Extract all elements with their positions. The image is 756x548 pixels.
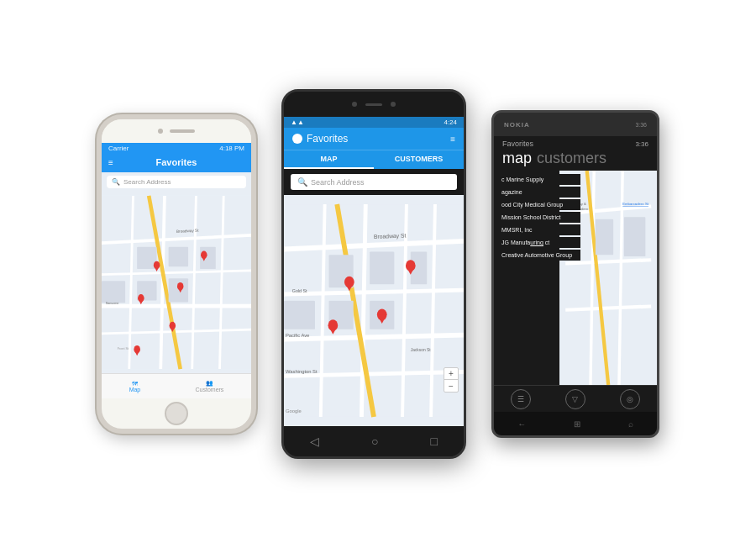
android-tabs: MAP CUSTOMERS — [284, 150, 464, 169]
iphone-header-title: Favorites — [156, 157, 197, 167]
iphone-search-icon: 🔍 — [112, 178, 120, 186]
iphone-map-area: Broadway St Sansome Front St — [102, 192, 251, 373]
svg-text:Embarcadero St: Embarcadero St — [622, 202, 649, 206]
iphone-menu-icon[interactable]: ≡ — [108, 158, 113, 167]
svg-text:Google: Google — [286, 408, 302, 414]
winphone-content: Broadway & Embarcadero Embarcadero St c … — [494, 171, 657, 385]
winphone-page-title: map customers — [494, 148, 657, 171]
list-item[interactable]: Creative Automotive Group — [497, 250, 580, 261]
svg-text:Sansome: Sansome — [106, 302, 119, 305]
iphone-speaker — [170, 129, 195, 133]
list-item[interactable]: agazine — [497, 187, 580, 198]
android-speaker — [365, 103, 382, 106]
zoom-out-button[interactable]: − — [444, 380, 458, 392]
svg-text:Washington St: Washington St — [286, 369, 318, 374]
iphone-tab-customers[interactable]: 👥 Customers — [196, 380, 224, 393]
svg-text:Gold St: Gold St — [292, 288, 307, 293]
winphone-device: NOKIA 3:36 Favorites 3:36 map customers — [491, 110, 659, 438]
android-status-bar: ▲▲ 4:24 — [284, 117, 464, 128]
android-wifi-icon: ▲▲ — [291, 119, 304, 126]
zoom-in-button[interactable]: + — [444, 368, 458, 380]
iphone-top-bar — [102, 119, 251, 143]
winphone-top-status: Favorites 3:36 — [494, 136, 657, 148]
list-item[interactable]: Mission School District — [497, 212, 580, 223]
winphone-title-customers: customers — [537, 150, 606, 167]
iphone-home-button[interactable] — [165, 402, 188, 425]
android-search-bar[interactable]: 🔍 Search Address — [291, 174, 457, 190]
svg-text:Front St: Front St — [118, 347, 129, 350]
iphone-map-icon: 🗺 — [132, 381, 138, 387]
iphone-header: ≡ Favorites — [102, 154, 251, 172]
android-bottom-nav: ◁ ○ □ — [284, 426, 464, 456]
phones-container: Carrier 4:18 PM ≡ Favorites 🔍 Search Add… — [80, 72, 676, 476]
android-camera2 — [391, 102, 396, 107]
iphone-status-bar: Carrier 4:18 PM — [102, 143, 251, 154]
iphone-customers-icon: 👥 — [206, 380, 213, 387]
iphone-search-bar[interactable]: 🔍 Search Address — [107, 176, 246, 188]
android-search-icon: 🔍 — [297, 177, 307, 187]
iphone-carrier: Carrier — [108, 145, 129, 152]
winphone-menu-icon: ☰ — [517, 395, 524, 403]
svg-text:Pacific Ave: Pacific Ave — [286, 333, 309, 338]
winphone-list-overlay: c Marine Supply agazine ood City Medical… — [494, 171, 584, 385]
svg-rect-14 — [169, 278, 188, 302]
iphone-camera — [158, 129, 163, 134]
list-item[interactable]: MMSRI, Inc — [497, 224, 580, 235]
android-tab-customers[interactable]: CUSTOMERS — [374, 150, 464, 169]
svg-rect-42 — [370, 251, 394, 284]
winphone-search-icon: ◎ — [627, 395, 633, 403]
winphone-time-display: 3:36 — [635, 140, 648, 148]
android-top — [284, 92, 464, 117]
winphone-windows-icon[interactable]: ⊞ — [574, 419, 580, 429]
android-device: ▲▲ 4:24 Favorites ≡ MAP CUSTOMERS 🔍 Sear… — [281, 89, 466, 459]
android-recent-button[interactable]: □ — [431, 435, 438, 448]
iphone-tab-map[interactable]: 🗺 Map — [129, 381, 141, 393]
winphone-title-map: map — [502, 150, 532, 167]
winphone-screen: Favorites 3:36 map customers — [494, 136, 657, 412]
winphone-search-nav-icon[interactable]: ⌕ — [628, 419, 633, 429]
winphone-status-time: 3:36 — [635, 122, 647, 128]
winphone-search-button[interactable]: ◎ — [620, 389, 640, 409]
android-search-placeholder: Search Address — [311, 178, 365, 187]
android-time: 4:24 — [444, 119, 457, 126]
iphone-tab-customers-label: Customers — [196, 387, 224, 393]
iphone-device: Carrier 4:18 PM ≡ Favorites 🔍 Search Add… — [97, 114, 256, 434]
android-logo-icon — [292, 134, 302, 144]
zoom-controls: + − — [444, 367, 459, 393]
svg-rect-45 — [284, 301, 315, 329]
android-home-button[interactable]: ○ — [371, 435, 378, 448]
winphone-filter-icon: ▽ — [572, 395, 578, 403]
winphone-filter-button[interactable]: ▽ — [565, 389, 585, 409]
android-map-area: Broadway St Pacific Ave Washington St Ja… — [284, 195, 464, 426]
svg-rect-15 — [102, 281, 125, 303]
winphone-back-icon[interactable]: ← — [517, 419, 526, 429]
iphone-tab-map-label: Map — [129, 387, 141, 393]
svg-rect-69 — [624, 217, 646, 256]
android-header: Favorites ≡ — [284, 128, 464, 150]
iphone-time: 4:18 PM — [219, 145, 244, 152]
winphone-brand: NOKIA — [504, 121, 530, 129]
list-item[interactable]: c Marine Supply — [497, 174, 580, 185]
android-filter-icon[interactable]: ≡ — [450, 134, 455, 144]
svg-rect-68 — [596, 219, 613, 256]
list-item[interactable]: JG Manufauring ct — [497, 237, 580, 248]
iphone-search-text: Search Address — [123, 178, 171, 186]
android-title-text: Favorites — [307, 133, 348, 145]
iphone-map-svg: Broadway St Sansome Front St — [102, 192, 251, 373]
svg-rect-11 — [169, 247, 188, 266]
winphone-bottom-bar: ☰ ▽ ◎ — [494, 385, 657, 412]
winphone-app-title: Favorites — [502, 140, 533, 148]
android-back-button[interactable]: ◁ — [310, 435, 319, 448]
android-screen: ▲▲ 4:24 Favorites ≡ MAP CUSTOMERS 🔍 Sear… — [284, 117, 464, 456]
android-tab-map[interactable]: MAP — [284, 150, 374, 169]
iphone-bottom-bar: 🗺 Map 👥 Customers — [102, 373, 251, 398]
winphone-top: NOKIA 3:36 — [494, 113, 657, 136]
android-map-svg: Broadway St Pacific Ave Washington St Ja… — [284, 195, 464, 426]
winphone-menu-button[interactable]: ☰ — [511, 389, 531, 409]
list-item[interactable]: ood City Medical Group — [497, 199, 580, 210]
iphone-screen: Carrier 4:18 PM ≡ Favorites 🔍 Search Add… — [102, 143, 251, 398]
svg-text:Jackson St: Jackson St — [411, 348, 431, 352]
winphone-nav-bar: ← ⊞ ⌕ — [494, 412, 657, 435]
android-header-title: Favorites — [292, 133, 348, 145]
android-camera — [352, 102, 357, 107]
